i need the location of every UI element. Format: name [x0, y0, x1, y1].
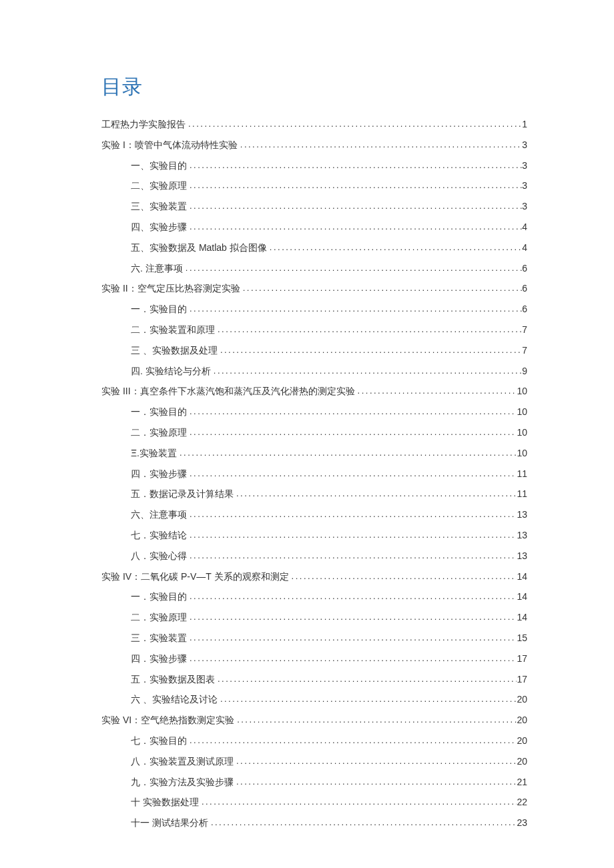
toc-entry[interactable]: 九．实验方法及实验步骤21 — [101, 775, 527, 790]
toc-entry[interactable]: 一．实验目的6 — [101, 302, 527, 317]
toc-leader-dots — [186, 117, 522, 131]
toc-entry-prefix: 八 — [131, 754, 140, 769]
toc-entry-page: 10 — [517, 384, 527, 398]
toc-entry-prefix: 一 — [131, 404, 140, 419]
toc-entry-page: 10 — [517, 404, 527, 419]
toc-entry-page: 14 — [517, 610, 527, 624]
toc-entry-prefix: 三 — [131, 343, 140, 358]
toc-entry-page: 15 — [517, 630, 527, 645]
toc-entry-page: 4 — [522, 220, 527, 234]
toc-entry-label: 一．实验目的 — [131, 404, 187, 419]
toc-entry[interactable]: 五、实验数据及 Matlab 拟合图像4 — [101, 240, 527, 256]
toc-entry-label: 三、实验装置 — [131, 199, 187, 213]
toc-leader-dots — [238, 138, 522, 152]
toc-entry-label: 五．数据记录及计算结果 — [131, 486, 234, 501]
toc-entry[interactable]: 四、实验步骤4 — [101, 220, 527, 235]
toc-entry[interactable]: 四．实验步骤11 — [101, 466, 527, 482]
table-of-contents: 工程热力学实脸报告1实验 I：喷管中气体流动特性实验3一、实验目的3二、实验原理… — [101, 117, 527, 831]
toc-entry[interactable]: 二．实验原理10 — [101, 425, 527, 440]
toc-entry-prefix: 八 — [131, 548, 140, 563]
toc-leader-dots — [215, 323, 522, 337]
toc-entry[interactable]: 三、实验装置3 — [101, 199, 527, 214]
toc-entry-page: 20 — [517, 692, 527, 707]
toc-entry[interactable]: 三 、实验数据及处理7 — [101, 343, 527, 358]
toc-entry-page: 11 — [517, 466, 527, 481]
toc-entry[interactable]: 二、实验原理3 — [101, 178, 527, 193]
toc-entry[interactable]: 实验 I：喷管中气体流动特性实验3 — [101, 137, 527, 153]
toc-entry-page: 23 — [517, 815, 527, 830]
toc-entry[interactable]: 一．实验目的10 — [101, 404, 527, 420]
toc-entry[interactable]: 七．实验目的20 — [101, 733, 527, 749]
toc-entry-label: 四．实验步骤 — [131, 651, 187, 666]
toc-leader-dots — [187, 302, 522, 316]
toc-entry-label: 四. 实验结论与分析 — [131, 364, 211, 378]
toc-leader-dots — [187, 426, 517, 440]
toc-entry[interactable]: 实验 II：空气定压比热容测定实验6 — [101, 281, 527, 296]
toc-entry[interactable]: 工程热力学实脸报告1 — [101, 117, 527, 132]
toc-entry-page: 20 — [517, 713, 527, 727]
toc-entry[interactable]: 六 、实验结论及讨论20 — [101, 692, 527, 707]
toc-entry-prefix: 二 — [131, 425, 140, 440]
toc-entry-page: 7 — [522, 322, 527, 337]
toc-entry-prefix: 七 — [131, 733, 140, 748]
toc-leader-dots — [187, 610, 517, 624]
toc-entry-prefix: 四 — [131, 651, 140, 666]
toc-entry-label: 六 、实验结论及讨论 — [131, 692, 218, 707]
toc-entry[interactable]: 三．实验装置15 — [101, 630, 527, 646]
toc-entry-page: 4 — [522, 240, 527, 255]
toc-entry[interactable]: 实验 IV：二氧化碳 P-V—T 关系的观察和测定14 — [101, 569, 527, 584]
toc-entry-page: 13 — [517, 548, 527, 563]
toc-entry-label: 四、实验步骤 — [131, 220, 187, 234]
toc-entry[interactable]: 五．数据记录及计算结果11 — [101, 486, 527, 502]
toc-entry-prefix: 三 — [131, 630, 140, 645]
toc-entry[interactable]: 实验 VI：空气绝热指数测定实验20 — [101, 713, 527, 728]
toc-entry[interactable]: 八．实验装置及测试原理20 — [101, 754, 527, 769]
toc-entry[interactable]: 二．实验装置和原理7 — [101, 322, 527, 338]
toc-entry-prefix: 五 — [131, 672, 140, 687]
toc-leader-dots — [187, 652, 517, 666]
toc-entry[interactable]: 实验 III：真空条件下水蒸汽饱和蒸汽压及汽化潜热的测定实验10 — [101, 384, 527, 399]
toc-entry[interactable]: 二．实验原理14 — [101, 610, 527, 625]
toc-entry-page: 14 — [517, 589, 527, 604]
toc-leader-dots — [234, 775, 517, 789]
toc-entry[interactable]: 四. 实验结论与分析9 — [101, 364, 527, 379]
toc-entry-page: 20 — [517, 733, 527, 748]
toc-entry-label: 工程热力学实脸报告 — [101, 117, 186, 131]
toc-entry-page: 3 — [522, 199, 527, 213]
toc-leader-dots — [240, 282, 523, 296]
toc-entry-label: 一．实验目的 — [131, 302, 187, 316]
toc-entry-label: 八．实验心得 — [131, 548, 187, 563]
toc-leader-dots — [187, 631, 517, 645]
toc-leader-dots — [234, 713, 517, 727]
toc-entry-prefix: 二 — [131, 322, 140, 337]
toc-leader-dots — [234, 755, 517, 769]
toc-entry-label: 十 实验数据处理 — [131, 795, 199, 809]
toc-entry-page: 17 — [517, 672, 527, 687]
toc-entry-page: 20 — [517, 754, 527, 769]
toc-leader-dots — [187, 179, 522, 193]
toc-leader-dots — [218, 344, 522, 358]
toc-entry-label: Ξ.实验装置 — [131, 446, 177, 460]
toc-leader-dots — [289, 570, 517, 584]
toc-entry[interactable]: 一、实验目的3 — [101, 158, 527, 173]
toc-entry-prefix: 六 — [131, 692, 140, 707]
toc-leader-dots — [187, 528, 517, 542]
toc-leader-dots — [355, 384, 517, 398]
toc-entry-label: 六、注意事项 — [131, 507, 187, 522]
toc-entry[interactable]: 五．实验数据及图表17 — [101, 672, 527, 687]
toc-entry[interactable]: 十 实验数据处理22 — [101, 795, 527, 810]
toc-entry[interactable]: 六、注意事项13 — [101, 507, 527, 522]
toc-entry-page: 6 — [522, 261, 527, 276]
toc-entry-label: 八．实验装置及测试原理 — [131, 754, 234, 769]
toc-entry[interactable]: 十一 测试结果分析23 — [101, 815, 527, 831]
toc-entry-page: 10 — [517, 446, 527, 460]
toc-entry[interactable]: 一．实验目的14 — [101, 589, 527, 604]
toc-leader-dots — [187, 508, 517, 522]
toc-entry[interactable]: Ξ.实验装置10 — [101, 446, 527, 461]
toc-leader-dots — [211, 364, 522, 378]
toc-entry[interactable]: 七．实验结论13 — [101, 528, 527, 543]
toc-entry-prefix: 十一 — [131, 815, 149, 830]
toc-entry[interactable]: 六. 注意事项6 — [101, 261, 527, 276]
toc-entry[interactable]: 四．实验步骤17 — [101, 651, 527, 667]
toc-entry[interactable]: 八．实验心得13 — [101, 548, 527, 564]
